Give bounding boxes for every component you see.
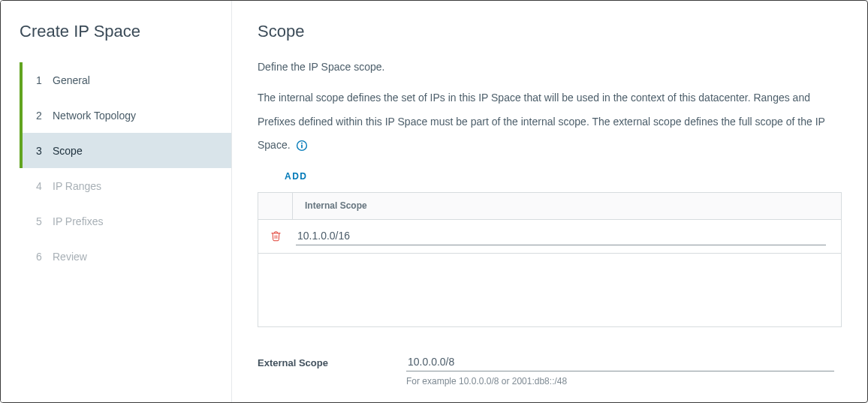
step-number: 4: [36, 180, 53, 192]
wizard-step-2[interactable]: 2Network Topology: [20, 98, 231, 133]
wizard-modal: Create IP Space 1General2Network Topolog…: [0, 0, 868, 403]
wizard-title: Create IP Space: [20, 22, 231, 41]
step-label: Scope: [53, 145, 83, 157]
page-description: The internal scope defines the set of IP…: [258, 86, 842, 158]
wizard-step-6: 6Review: [20, 239, 231, 274]
page-title: Scope: [258, 22, 842, 41]
step-number: 1: [36, 74, 53, 86]
wizard-step-1[interactable]: 1General: [20, 62, 231, 98]
add-button[interactable]: ADD: [279, 168, 314, 185]
description-text: The internal scope defines the set of IP…: [258, 92, 825, 151]
external-scope-hint: For example 10.0.0.0/8 or 2001:db8::/48: [406, 376, 834, 386]
internal-scope-cell: [293, 227, 841, 245]
step-label: General: [53, 74, 90, 86]
table-header-row: Internal Scope: [258, 193, 841, 220]
step-number: 2: [36, 110, 53, 122]
trash-icon: [270, 230, 282, 242]
step-label: Network Topology: [53, 110, 136, 122]
wizard-step-4: 4IP Ranges: [20, 168, 231, 203]
wizard-nav: Create IP Space 1General2Network Topolog…: [1, 1, 232, 402]
table-body: [258, 220, 841, 253]
internal-scope-input[interactable]: [296, 227, 826, 245]
wizard-step-5: 5IP Prefixes: [20, 203, 231, 239]
wizard-step-3[interactable]: 3Scope: [20, 133, 231, 168]
step-number: 3: [36, 145, 53, 157]
svg-point-1: [302, 143, 303, 144]
step-label: Review: [53, 251, 87, 263]
page-subtitle: Define the IP Space scope.: [258, 61, 842, 73]
table-empty-area: [258, 253, 841, 326]
svg-rect-2: [302, 145, 303, 149]
step-label: IP Prefixes: [53, 215, 103, 227]
wizard-content: Scope Define the IP Space scope. The int…: [232, 1, 867, 402]
step-number: 6: [36, 251, 53, 263]
info-icon[interactable]: [296, 140, 308, 152]
external-scope-input[interactable]: [406, 353, 834, 371]
step-label: IP Ranges: [53, 180, 101, 192]
delete-row-button[interactable]: [258, 230, 293, 242]
step-number: 5: [36, 215, 53, 227]
internal-scope-table: Internal Scope: [258, 192, 842, 327]
external-scope-field-wrap: For example 10.0.0.0/8 or 2001:db8::/48: [406, 353, 834, 386]
external-scope-row: External Scope For example 10.0.0.0/8 or…: [258, 353, 842, 386]
table-row: [258, 220, 841, 253]
table-header-internal-scope: Internal Scope: [293, 200, 367, 211]
table-header-action-gap: [258, 193, 293, 219]
external-scope-label: External Scope: [258, 353, 406, 368]
wizard-steps: 1General2Network Topology3Scope4IP Range…: [1, 62, 231, 274]
